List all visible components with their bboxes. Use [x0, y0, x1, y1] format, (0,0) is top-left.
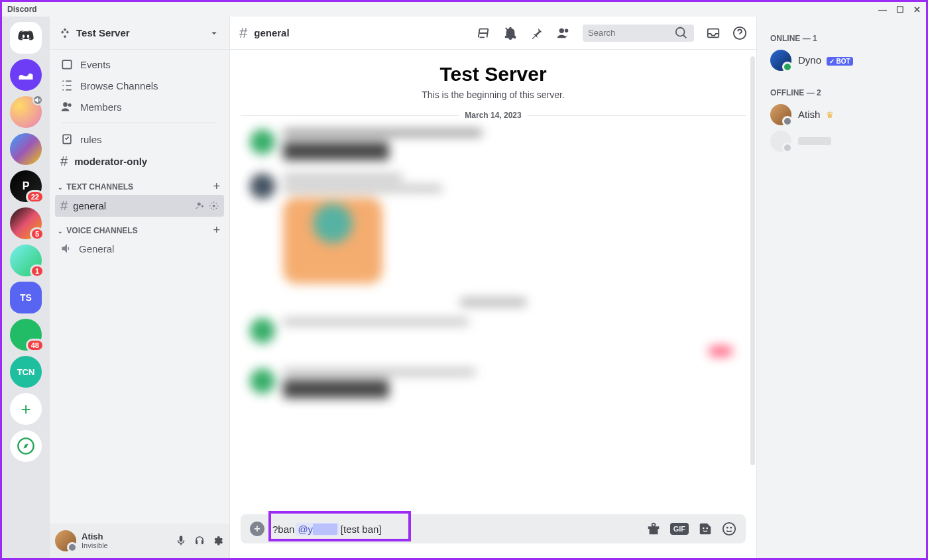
members-panel: Online — 1 Dyno ✓ BOT Offline — 2 Atish …	[756, 17, 926, 558]
app-title: Discord	[7, 5, 37, 14]
voice-channels-category[interactable]: ⌄ Voice Channels +	[55, 217, 224, 239]
svg-point-10	[676, 27, 685, 36]
discord-logo-icon	[17, 28, 35, 47]
hash-icon: #	[239, 25, 247, 42]
threads-button[interactable]	[477, 26, 491, 40]
gear-icon[interactable]	[209, 201, 219, 211]
mute-mic-button[interactable]	[175, 535, 187, 547]
window-close-button[interactable]: ✕	[913, 5, 921, 15]
svg-point-19	[730, 527, 732, 529]
server-icon-6[interactable]: 1	[10, 245, 42, 276]
window-maximize-button[interactable]: ☐	[896, 5, 904, 15]
user-settings-button[interactable]	[212, 535, 224, 547]
help-button[interactable]	[732, 26, 747, 40]
mute-icon	[32, 95, 43, 105]
messages-area[interactable]: Test Server This is the beginning of thi…	[230, 50, 756, 514]
welcome-subtitle: This is the beginning of this server.	[241, 89, 746, 100]
deafen-button[interactable]	[194, 535, 205, 547]
server-icon-8[interactable]: 48	[10, 319, 42, 351]
scrollbar[interactable]	[750, 56, 755, 465]
invite-icon[interactable]	[195, 201, 205, 211]
channel-sidebar: Test Server Events Browse Channels Membe…	[50, 17, 230, 558]
chevron-down-icon	[208, 27, 220, 39]
server-icon-1[interactable]	[10, 59, 42, 91]
channel-rules[interactable]: rules	[55, 129, 224, 150]
search-box[interactable]	[583, 25, 694, 42]
add-server-button[interactable]: +	[10, 393, 42, 425]
text-channels-category[interactable]: ⌄ Text Channels +	[55, 173, 224, 195]
search-icon	[674, 26, 689, 40]
gift-button[interactable]	[646, 522, 661, 536]
svg-rect-1	[62, 60, 71, 69]
member-hidden[interactable]	[765, 128, 918, 154]
svg-point-17	[723, 523, 735, 535]
browse-channels-link[interactable]: Browse Channels	[55, 75, 224, 96]
calendar-icon	[60, 58, 74, 71]
server-name: Test Server	[76, 27, 130, 38]
svg-point-3	[68, 103, 72, 107]
svg-point-6	[213, 205, 215, 207]
pinned-button[interactable]	[530, 26, 544, 40]
message-input[interactable]: ?ban @yaa [test ban]	[272, 523, 638, 535]
svg-point-5	[198, 203, 201, 206]
members-link[interactable]: Members	[55, 96, 224, 117]
add-text-channel-button[interactable]: +	[213, 180, 220, 194]
gif-button[interactable]: GIF	[670, 523, 689, 535]
svg-point-2	[63, 102, 68, 107]
window-titlebar: Discord — ☐ ✕	[2, 2, 926, 17]
dm-home-button[interactable]	[10, 22, 42, 54]
hash-icon: #	[60, 154, 68, 169]
browse-icon	[60, 79, 74, 92]
window-minimize-button[interactable]: —	[878, 5, 887, 15]
notification-badge: 22	[26, 190, 44, 203]
members-toggle-button[interactable]	[556, 26, 571, 40]
search-input[interactable]	[588, 28, 674, 38]
boost-icon	[59, 27, 71, 39]
chat-header: # general	[230, 17, 756, 50]
compass-icon	[17, 437, 35, 455]
channel-moderator-only[interactable]: # moderator-only	[55, 150, 224, 173]
rules-icon	[60, 133, 74, 146]
avatar	[770, 104, 791, 125]
member-atish[interactable]: Atish ♛	[765, 101, 918, 128]
server-icon-9[interactable]: TCN	[10, 356, 42, 388]
hash-icon: #	[60, 198, 68, 213]
server-header-dropdown[interactable]: Test Server	[50, 17, 229, 50]
members-icon	[60, 100, 74, 113]
channel-general[interactable]: # general	[55, 195, 224, 217]
voice-channel-general[interactable]: General	[55, 239, 224, 258]
mention-chip[interactable]: @yaa	[296, 523, 339, 535]
events-link[interactable]: Events	[55, 54, 224, 75]
server-icon-7[interactable]: TS	[10, 282, 42, 313]
blurred-messages	[241, 129, 746, 398]
svg-point-15	[703, 528, 705, 530]
inbox-button[interactable]	[706, 26, 721, 40]
user-avatar[interactable]	[55, 530, 76, 551]
avatar	[770, 131, 791, 152]
server-rail: P 22 5 1 TS 48 TCN +	[2, 17, 50, 558]
offline-label: Offline — 2	[770, 88, 918, 97]
notification-badge: 1	[30, 264, 44, 278]
user-info[interactable]: Atish Invisible	[82, 532, 108, 549]
server-icon-2[interactable]	[10, 96, 42, 128]
svg-point-8	[559, 28, 564, 32]
server-icon-4[interactable]: P 22	[10, 170, 42, 202]
server-icon-3[interactable]	[10, 133, 42, 165]
member-dyno[interactable]: Dyno ✓ BOT	[765, 47, 918, 74]
explore-servers-button[interactable]	[10, 430, 42, 462]
notification-badge: 48	[26, 339, 44, 352]
divider	[62, 123, 217, 123]
attach-button[interactable]: +	[250, 522, 264, 536]
svg-point-18	[726, 527, 728, 529]
svg-point-9	[565, 28, 569, 32]
user-panel: Atish Invisible	[50, 524, 229, 558]
date-separator: March 14, 2023	[241, 111, 746, 120]
add-voice-channel-button[interactable]: +	[213, 223, 220, 237]
welcome-title: Test Server	[241, 63, 746, 85]
server-icon-5[interactable]: 5	[10, 207, 42, 239]
sticker-button[interactable]	[698, 522, 713, 536]
notifications-button[interactable]	[503, 26, 518, 40]
emoji-button[interactable]	[722, 522, 736, 536]
message-input-bar: + ?ban @yaa [test ban] GIF	[241, 514, 746, 543]
speaker-icon	[60, 242, 74, 255]
